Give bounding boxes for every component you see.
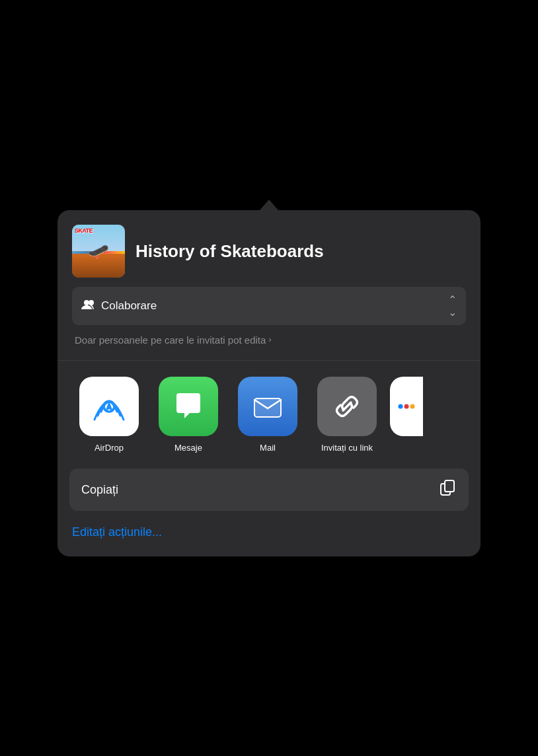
edit-actions-button[interactable]: Editați acțiunile... bbox=[69, 521, 469, 543]
messages-label: Mesaje bbox=[174, 443, 202, 453]
svg-point-5 bbox=[399, 404, 403, 409]
share-item-invite-link[interactable]: Invitați cu link bbox=[307, 377, 387, 453]
people-icon bbox=[81, 299, 96, 313]
thumbnail-skater: 🛹 bbox=[88, 241, 109, 262]
thumbnail-text: SKATE bbox=[75, 227, 93, 234]
header-section: 🛹 SKATE History of Skateboards Colaborar… bbox=[58, 210, 480, 360]
share-item-airdrop[interactable]: AirDrop bbox=[69, 377, 149, 453]
mail-icon-wrap bbox=[238, 377, 297, 436]
airdrop-icon-wrap bbox=[79, 377, 139, 436]
popover-body: 🛹 SKATE History of Skateboards Colaborar… bbox=[58, 210, 480, 556]
permission-description: Doar persoanele pe care le invitati pot … bbox=[72, 333, 466, 347]
permission-chevron-icon: › bbox=[268, 334, 271, 346]
document-title: History of Skateboards bbox=[135, 242, 324, 261]
invite-link-label: Invitați cu link bbox=[321, 443, 373, 453]
collaboration-label: Colaborare bbox=[101, 299, 443, 313]
actions-section: Copiați Editați acțiunile... bbox=[58, 469, 480, 543]
edit-actions-label: Editați acțiunile... bbox=[72, 525, 162, 539]
link-icon-wrap bbox=[317, 377, 377, 436]
svg-point-7 bbox=[410, 404, 415, 409]
svg-point-6 bbox=[404, 404, 409, 409]
chevron-updown-icon: ⌃⌄ bbox=[448, 293, 457, 319]
copy-button[interactable]: Copiați bbox=[69, 469, 469, 511]
permission-text-content: Doar persoanele pe care le invitati pot … bbox=[75, 333, 266, 347]
collaboration-dropdown[interactable]: Colaborare ⌃⌄ bbox=[72, 287, 466, 325]
more-icon-partial bbox=[390, 377, 423, 436]
copy-icon bbox=[440, 479, 457, 500]
title-row: 🛹 SKATE History of Skateboards bbox=[72, 225, 466, 278]
document-thumbnail: 🛹 SKATE bbox=[72, 225, 125, 278]
section-divider bbox=[58, 360, 480, 361]
svg-rect-9 bbox=[445, 480, 454, 492]
share-item-mail[interactable]: Mail bbox=[228, 377, 307, 453]
share-popover: 🛹 SKATE History of Skateboards Colaborar… bbox=[58, 200, 480, 556]
svg-point-0 bbox=[84, 300, 89, 305]
messages-icon-wrap bbox=[159, 377, 218, 436]
popover-arrow bbox=[260, 200, 278, 210]
mail-label: Mail bbox=[260, 443, 276, 453]
svg-point-1 bbox=[89, 300, 94, 305]
share-item-messages[interactable]: Mesaje bbox=[149, 377, 228, 453]
share-options-row: AirDrop Mesaje Mail bbox=[58, 377, 480, 453]
copy-label: Copiați bbox=[81, 483, 118, 497]
share-item-more[interactable] bbox=[387, 377, 426, 453]
airdrop-label: AirDrop bbox=[95, 443, 124, 453]
